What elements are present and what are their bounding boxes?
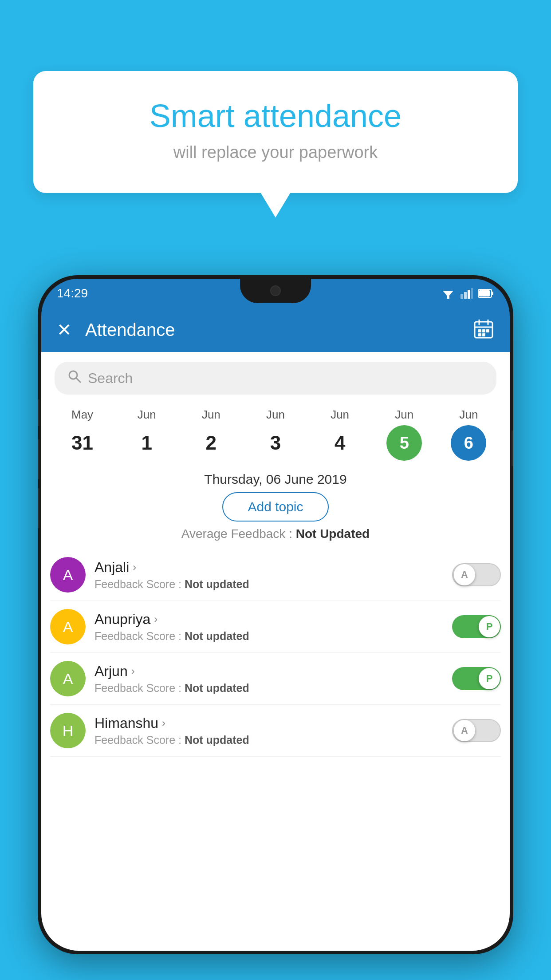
speech-bubble-container: Smart attendance will replace your paper… <box>33 71 518 193</box>
student-score: Feedback Score : Not updated <box>94 630 443 643</box>
svg-rect-13 <box>478 329 481 332</box>
calendar-day[interactable]: Jun5 <box>386 408 422 461</box>
calendar-day[interactable]: Jun3 <box>258 408 293 461</box>
svg-rect-8 <box>479 290 490 296</box>
student-score: Feedback Score : Not updated <box>94 578 443 591</box>
cal-month-label: Jun <box>138 408 156 422</box>
bubble-subtitle: will replace your paperwork <box>64 143 487 162</box>
svg-rect-7 <box>492 292 493 295</box>
volume-down-button <box>38 488 39 528</box>
search-bar[interactable]: Search <box>55 362 496 395</box>
cal-month-label: Jun <box>395 408 413 422</box>
attendance-toggle[interactable]: P <box>452 667 501 690</box>
avg-feedback: Average Feedback : Not Updated <box>41 527 510 541</box>
toggle-knob: A <box>454 720 475 741</box>
student-info: Anupriya ›Feedback Score : Not updated <box>94 611 443 643</box>
student-name: Himanshu › <box>94 715 443 731</box>
svg-rect-4 <box>468 290 470 299</box>
svg-line-19 <box>76 378 80 382</box>
student-item[interactable]: AAnjali ›Feedback Score : Not updatedA <box>50 549 501 601</box>
phone-frame: 14:29 <box>38 275 513 954</box>
calendar-day[interactable]: Jun4 <box>322 408 358 461</box>
cal-month-label: Jun <box>331 408 349 422</box>
student-name: Arjun › <box>94 663 443 680</box>
svg-rect-1 <box>447 296 449 299</box>
cal-day-number[interactable]: 1 <box>129 425 165 461</box>
status-time: 14:29 <box>57 286 88 300</box>
app-bar: ✕ Attendance <box>41 308 510 352</box>
calendar-day[interactable]: Jun1 <box>129 408 165 461</box>
cal-month-label: May <box>71 408 93 422</box>
calendar-icon[interactable] <box>473 318 494 341</box>
notch <box>240 279 311 303</box>
selected-date: Thursday, 06 June 2019 <box>41 472 510 487</box>
calendar-day[interactable]: May31 <box>65 408 100 461</box>
phone-inner: 14:29 <box>41 279 510 951</box>
front-camera <box>270 285 281 296</box>
volume-up-button <box>38 439 39 479</box>
battery-icon <box>478 288 494 298</box>
toggle-knob: P <box>479 616 500 637</box>
student-info: Arjun ›Feedback Score : Not updated <box>94 663 443 695</box>
svg-rect-15 <box>478 333 481 336</box>
svg-rect-16 <box>482 333 485 336</box>
mute-button <box>38 399 39 426</box>
svg-marker-0 <box>443 291 453 297</box>
svg-rect-17 <box>486 329 489 332</box>
app-title: Attendance <box>85 320 473 340</box>
chevron-right-icon: › <box>162 717 165 729</box>
app-content: Search May31Jun1Jun2Jun3Jun4Jun5Jun6 Thu… <box>41 352 510 951</box>
cal-day-number[interactable]: 4 <box>322 425 358 461</box>
toggle-knob: P <box>479 668 500 689</box>
student-avatar: A <box>50 557 86 593</box>
student-item[interactable]: AAnupriya ›Feedback Score : Not updatedP <box>50 601 501 653</box>
student-item[interactable]: AArjun ›Feedback Score : Not updatedP <box>50 653 501 705</box>
calendar-strip: May31Jun1Jun2Jun3Jun4Jun5Jun6 <box>41 399 510 465</box>
bubble-title: Smart attendance <box>64 98 487 134</box>
student-score: Feedback Score : Not updated <box>94 734 443 747</box>
chevron-right-icon: › <box>133 561 136 573</box>
student-name: Anjali › <box>94 559 443 576</box>
student-info: Himanshu ›Feedback Score : Not updated <box>94 715 443 747</box>
speech-bubble: Smart attendance will replace your paper… <box>33 71 518 193</box>
chevron-right-icon: › <box>154 613 157 625</box>
svg-rect-5 <box>471 288 473 299</box>
svg-rect-2 <box>460 294 463 299</box>
cal-month-label: Jun <box>266 408 285 422</box>
search-input: Search <box>88 370 133 387</box>
attendance-toggle[interactable]: A <box>452 563 501 586</box>
svg-rect-3 <box>464 292 467 299</box>
add-topic-button[interactable]: Add topic <box>222 492 328 522</box>
close-button[interactable]: ✕ <box>57 320 72 340</box>
svg-rect-14 <box>482 329 485 332</box>
cal-month-label: Jun <box>459 408 478 422</box>
power-button <box>512 431 513 466</box>
student-name: Anupriya › <box>94 611 443 628</box>
calendar-day[interactable]: Jun6 <box>451 408 486 461</box>
signal-icon <box>460 288 473 299</box>
student-info: Anjali ›Feedback Score : Not updated <box>94 559 443 591</box>
status-icons <box>441 288 494 299</box>
student-score: Feedback Score : Not updated <box>94 682 443 695</box>
cal-day-number[interactable]: 6 <box>451 425 486 461</box>
search-icon <box>68 370 81 387</box>
cal-month-label: Jun <box>202 408 220 422</box>
student-item[interactable]: HHimanshu ›Feedback Score : Not updatedA <box>50 705 501 757</box>
wifi-icon <box>441 288 455 299</box>
student-list: AAnjali ›Feedback Score : Not updatedAAA… <box>41 549 510 757</box>
attendance-toggle[interactable]: A <box>452 719 501 742</box>
cal-day-number[interactable]: 31 <box>65 425 100 461</box>
avg-feedback-value: Not Updated <box>296 527 370 541</box>
cal-day-number[interactable]: 3 <box>258 425 293 461</box>
toggle-knob: A <box>454 564 475 585</box>
chevron-right-icon: › <box>131 665 135 677</box>
student-avatar: H <box>50 713 86 748</box>
avg-feedback-label: Average Feedback : <box>181 527 292 541</box>
student-avatar: A <box>50 609 86 644</box>
student-avatar: A <box>50 661 86 696</box>
cal-day-number[interactable]: 5 <box>386 425 422 461</box>
cal-day-number[interactable]: 2 <box>193 425 229 461</box>
calendar-day[interactable]: Jun2 <box>193 408 229 461</box>
attendance-toggle[interactable]: P <box>452 615 501 638</box>
